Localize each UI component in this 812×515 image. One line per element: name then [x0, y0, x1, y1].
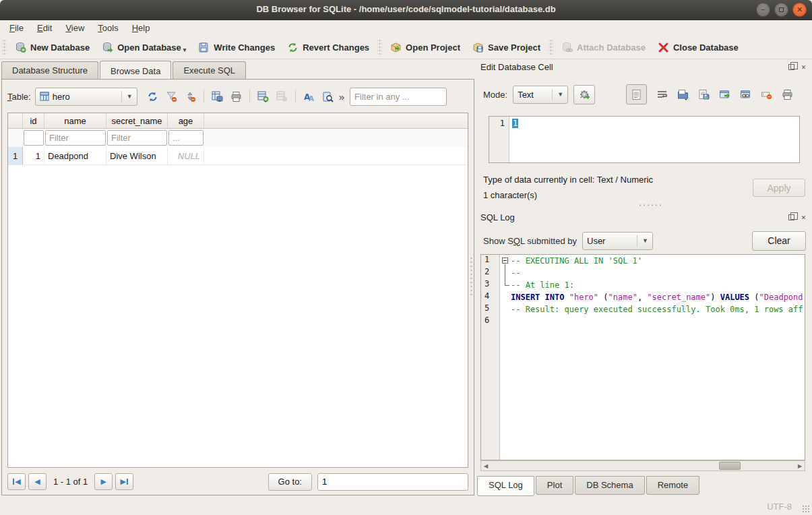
new-database-button[interactable]: New Database — [9, 39, 96, 56]
cell-id[interactable]: 1 — [23, 147, 44, 164]
cell-editor[interactable]: 1 1 — [489, 116, 800, 163]
toolbar-handle[interactable] — [2, 40, 7, 55]
refresh-icon[interactable] — [147, 91, 158, 102]
close-dock-icon[interactable]: ✕ — [799, 63, 808, 71]
menu-view[interactable]: View — [59, 22, 91, 34]
column-header-name[interactable]: name — [44, 113, 106, 128]
text-view-icon — [631, 89, 642, 100]
toolbar-handle[interactable] — [377, 40, 382, 55]
fold-marker-icon[interactable] — [500, 255, 511, 267]
write-changes-icon — [198, 42, 210, 53]
set-null-icon[interactable] — [761, 89, 772, 100]
close-dock-icon[interactable]: ✕ — [799, 213, 808, 222]
table-select[interactable]: hero ▼ — [35, 88, 137, 106]
scroll-left-icon[interactable]: ◀ — [481, 463, 491, 469]
text-view-button[interactable] — [626, 84, 647, 104]
window-title: DB Browser for SQLite - /home/user/code/… — [0, 4, 812, 14]
titlebar[interactable]: DB Browser for SQLite - /home/user/code/… — [0, 0, 812, 20]
filter-input-secret-name[interactable] — [107, 130, 167, 146]
cell-editor-line-number: 1 — [489, 117, 509, 162]
dock-splitter[interactable] — [638, 204, 662, 208]
sql-log-view[interactable]: 1-- EXECUTING ALL IN 'SQL 1'2--3-- At li… — [480, 254, 805, 460]
scrollbar-thumb[interactable] — [719, 462, 741, 470]
menu-tools[interactable]: Tools — [91, 22, 125, 34]
write-changes-button[interactable]: Write Changes — [192, 39, 281, 56]
previous-record-button[interactable]: ◀ — [28, 473, 46, 490]
word-wrap-icon[interactable] — [656, 89, 668, 100]
float-dock-icon[interactable] — [787, 63, 796, 71]
apply-button[interactable]: Apply — [753, 179, 805, 197]
grid-corner-header[interactable] — [8, 113, 23, 128]
tab-execute-sql[interactable]: Execute SQL — [173, 61, 246, 80]
maximize-icon[interactable] — [774, 3, 788, 17]
cell-name[interactable]: Deadpond — [44, 147, 106, 164]
submitted-by-select[interactable]: User ▼ — [582, 232, 653, 250]
find-icon[interactable] — [322, 91, 334, 102]
tab-plot[interactable]: Plot — [536, 476, 573, 495]
log-line-number: 2 — [481, 267, 500, 279]
cell-age[interactable]: NULL — [168, 147, 204, 164]
filter-input-name[interactable] — [45, 130, 106, 146]
auto-mode-button[interactable] — [573, 85, 595, 104]
tab-sql-log[interactable]: SQL Log — [477, 476, 534, 496]
print-icon[interactable] — [230, 91, 242, 102]
edit-display-format-icon[interactable]: AA — [303, 91, 315, 102]
menu-edit[interactable]: Edit — [30, 22, 59, 34]
log-line-code: -- At line 1: — [511, 279, 805, 291]
column-header-secret-name[interactable]: secret_name — [106, 113, 168, 128]
float-dock-icon[interactable] — [787, 213, 796, 222]
print-icon[interactable] — [782, 89, 793, 100]
goto-button[interactable]: Go to: — [268, 473, 312, 491]
clear-log-button[interactable]: Clear — [752, 231, 806, 251]
goto-input[interactable] — [317, 473, 468, 491]
revert-changes-button[interactable]: Revert Changes — [281, 39, 375, 56]
last-record-button[interactable]: ▶ — [115, 473, 133, 490]
row-header[interactable]: 1 — [8, 147, 23, 164]
save-table-icon[interactable] — [212, 91, 223, 102]
open-project-icon — [390, 42, 402, 53]
toolbar-handle[interactable] — [549, 40, 553, 55]
tab-db-schema[interactable]: DB Schema — [575, 476, 644, 495]
overflow-chevron-icon[interactable]: » — [339, 91, 344, 102]
chevron-down-icon: ▼ — [637, 235, 648, 247]
export-file-icon[interactable] — [698, 89, 710, 100]
close-icon[interactable]: ✕ — [792, 3, 807, 17]
filter-input-id[interactable] — [24, 130, 44, 146]
save-project-button[interactable]: Save Project — [466, 39, 546, 56]
sql-log-hscrollbar[interactable]: ◀ ▶ — [480, 460, 805, 471]
filter-any-input[interactable] — [350, 88, 447, 106]
tab-remote[interactable]: Remote — [646, 476, 700, 495]
close-database-icon — [658, 42, 669, 53]
mode-select[interactable]: Text ▼ — [513, 86, 568, 104]
panel-splitter[interactable] — [470, 256, 474, 297]
cell-secret-name[interactable]: Dive Wilson — [106, 147, 168, 164]
first-record-button[interactable]: ◀ — [7, 473, 26, 490]
column-header-id[interactable]: id — [23, 113, 44, 128]
copy-url-icon[interactable] — [740, 89, 751, 100]
menu-file[interactable]: File — [3, 22, 30, 34]
tab-browse-data[interactable]: Browse Data — [100, 61, 171, 80]
encoding-indicator[interactable]: UTF-8 — [767, 502, 792, 512]
column-header-age[interactable]: age — [168, 113, 204, 128]
resize-grip-icon[interactable] — [802, 505, 810, 513]
close-database-button[interactable]: Close Database — [652, 39, 745, 56]
tab-database-structure[interactable]: Database Structure — [1, 61, 98, 80]
open-project-label: Open Project — [406, 42, 460, 53]
clear-sorting-icon[interactable] — [185, 91, 196, 102]
open-database-button[interactable]: Open Database ▾ — [96, 39, 192, 56]
new-database-label: New Database — [30, 42, 90, 53]
menu-help[interactable]: Help — [125, 22, 157, 34]
minimize-icon[interactable]: − — [756, 3, 770, 17]
next-record-button[interactable]: ▶ — [94, 473, 113, 490]
open-database-dropdown-icon[interactable]: ▾ — [183, 47, 187, 53]
scrollbar-track[interactable] — [491, 461, 795, 471]
delete-record-icon[interactable] — [276, 91, 288, 102]
cell-editor-content[interactable]: 1 — [509, 117, 799, 162]
open-project-button[interactable]: Open Project — [384, 39, 466, 56]
scroll-right-icon[interactable]: ▶ — [795, 463, 805, 469]
filter-input-age[interactable] — [168, 130, 204, 146]
open-external-icon[interactable] — [719, 89, 730, 100]
clear-filters-icon[interactable] — [166, 91, 177, 102]
insert-record-icon[interactable] — [257, 91, 269, 102]
import-file-icon[interactable] — [677, 89, 689, 100]
